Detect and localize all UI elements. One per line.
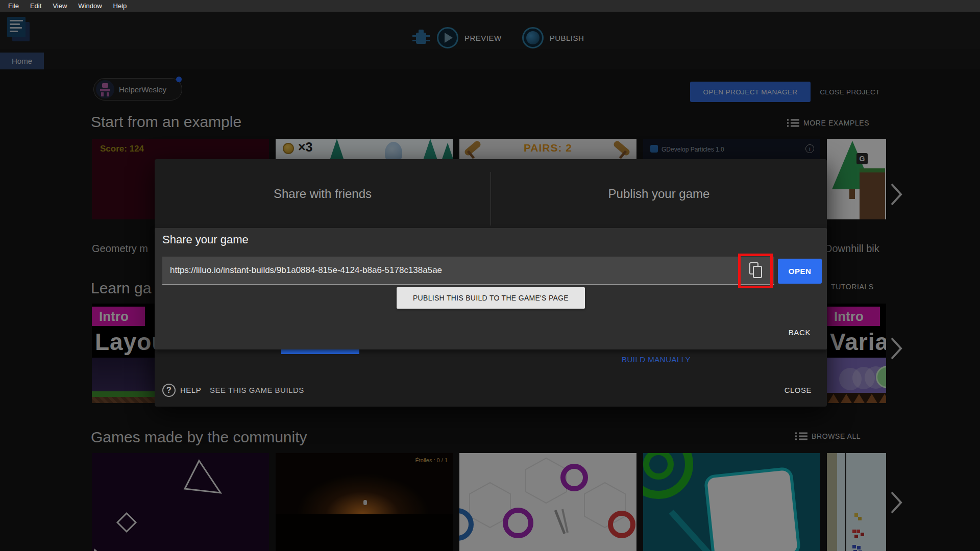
build-url-input[interactable] — [170, 265, 744, 276]
share-result-panel: Share your game OPEN PUBLISH THIS BUILD … — [155, 228, 827, 349]
publish-build-button[interactable]: PUBLISH THIS BUILD TO THE GAME'S PAGE — [397, 287, 585, 309]
help-icon[interactable]: ? — [162, 384, 176, 397]
menu-edit[interactable]: Edit — [24, 1, 47, 11]
tab-share-with-friends[interactable]: Share with friends — [155, 159, 491, 228]
see-game-builds-button[interactable]: SEE THIS GAME BUILDS — [210, 386, 304, 394]
share-dialog: Share with friends Publish your game BUI… — [155, 159, 827, 407]
back-button[interactable]: BACK — [789, 328, 811, 337]
tab-publish-your-game[interactable]: Publish your game — [491, 159, 827, 228]
open-build-button[interactable]: OPEN — [778, 259, 822, 284]
menu-file[interactable]: File — [3, 1, 24, 11]
annotation-highlight-box — [738, 254, 773, 288]
build-manually-button[interactable]: BUILD MANUALLY — [622, 355, 691, 364]
help-button[interactable]: HELP — [180, 386, 201, 394]
menu-view[interactable]: View — [47, 1, 72, 11]
close-dialog-button[interactable]: CLOSE — [785, 386, 812, 394]
tab-divider — [491, 172, 491, 226]
panel-title: Share your game — [162, 233, 249, 246]
build-url-field — [162, 257, 774, 285]
menubar: File Edit View Window Help — [0, 0, 980, 12]
menu-window[interactable]: Window — [72, 1, 107, 11]
tab-indicator-bar — [281, 349, 359, 354]
app-window: File Edit View Window Help PREVIEW — [0, 0, 980, 551]
menu-help[interactable]: Help — [108, 1, 133, 11]
